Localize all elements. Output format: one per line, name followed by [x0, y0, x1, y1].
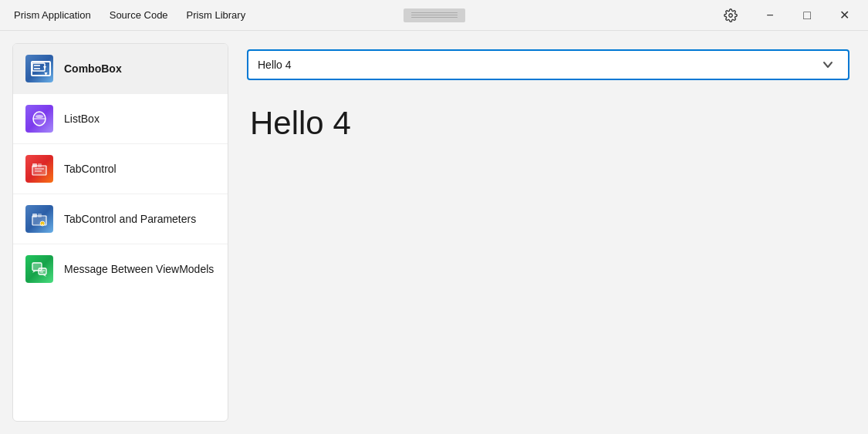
window-controls: − □ ✕: [717, 2, 862, 29]
menu-prism-library[interactable]: Prism Library: [179, 6, 254, 24]
combobox-selected-value: Hello 4: [258, 59, 817, 71]
svg-point-6: [35, 115, 43, 118]
svg-point-0: [729, 13, 733, 17]
svg-rect-14: [32, 214, 37, 217]
svg-marker-4: [43, 66, 46, 69]
svg-rect-15: [38, 214, 42, 217]
settings-button[interactable]: [717, 2, 745, 29]
svg-rect-3: [34, 68, 40, 69]
sidebar-label-combobox: ComboBox: [64, 62, 122, 75]
svg-rect-10: [38, 163, 42, 167]
content-panel: Hello 4 Hello 4: [241, 43, 856, 422]
sidebar-item-tabcontrol[interactable]: TabControl: [13, 144, 228, 194]
sidebar-label-tabcontrol: TabControl: [64, 163, 117, 175]
menu-bar: Prism Application Source Code Prism Libr…: [6, 6, 717, 24]
sidebar-item-tabcontrol-params[interactable]: + TabControl and Parameters: [13, 194, 228, 244]
title-bar: Prism Application Source Code Prism Libr…: [0, 0, 868, 31]
display-text: Hello 4: [247, 93, 849, 154]
menu-prism-application[interactable]: Prism Application: [6, 6, 99, 24]
listbox-icon: [25, 105, 53, 133]
message-icon: [25, 255, 53, 283]
minimize-button[interactable]: −: [752, 3, 788, 28]
sidebar-item-combobox[interactable]: ComboBox: [13, 44, 228, 94]
sidebar-label-tabcontrol-params: TabControl and Parameters: [64, 213, 196, 225]
sidebar-label-listbox: ListBox: [64, 113, 100, 125]
tabcontrol-params-icon: +: [25, 205, 53, 233]
combobox-icon: [25, 55, 53, 82]
svg-rect-1: [32, 63, 45, 71]
title-thumbnail: [404, 8, 465, 22]
sidebar-item-message[interactable]: Message Between ViewModels: [13, 244, 228, 294]
sidebar-label-message: Message Between ViewModels: [64, 263, 214, 275]
svg-rect-19: [39, 268, 46, 274]
maximize-button[interactable]: □: [789, 3, 825, 28]
sidebar-item-listbox[interactable]: ListBox: [13, 94, 228, 144]
tabcontrol-icon: [25, 155, 53, 183]
svg-rect-2: [34, 65, 40, 66]
combobox-dropdown-arrow[interactable]: [817, 54, 839, 76]
main-area: ComboBox ListBox: [0, 31, 868, 434]
menu-source-code[interactable]: Source Code: [102, 6, 176, 24]
svg-rect-9: [32, 163, 37, 167]
svg-text:+: +: [42, 222, 44, 227]
close-button[interactable]: ✕: [826, 3, 862, 28]
sidebar: ComboBox ListBox: [12, 43, 228, 422]
combobox-control[interactable]: Hello 4: [247, 49, 849, 80]
